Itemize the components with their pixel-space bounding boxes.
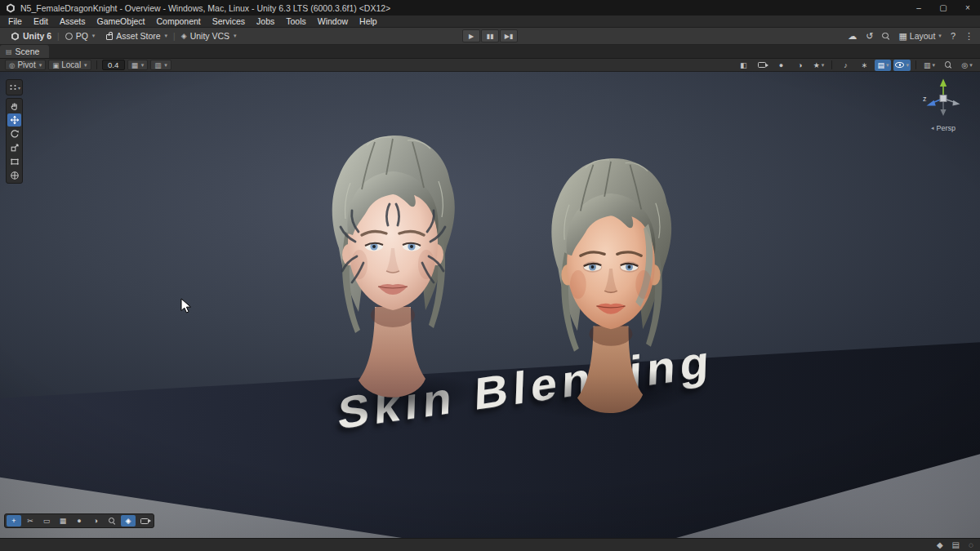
menu-jobs[interactable]: Jobs [251, 16, 280, 26]
rect-icon [10, 157, 20, 167]
effects-menu-icon[interactable]: ★▾ [810, 60, 826, 71]
camera-view-icon[interactable] [754, 60, 770, 71]
tools-palette: ▾ [6, 79, 23, 184]
scene-toolbar-right: ◧●◑★▾♪∗▤▾▾▥▾◎▾ [735, 60, 975, 71]
chevron-down-icon: ▾ [141, 62, 145, 69]
account-button[interactable]: PQ ▾ [60, 28, 101, 44]
menu-assets[interactable]: Assets [54, 16, 91, 26]
chevron-down-icon: ▾ [92, 33, 96, 39]
axis-y-cone[interactable] [940, 79, 947, 87]
rect-tool-button[interactable] [7, 155, 21, 168]
tab-scene[interactable]: ▤ Scene [0, 45, 49, 58]
unity-vcs-button[interactable]: ◈ Unity VCS ▾ [176, 28, 243, 44]
fog-toggle-icon[interactable]: ◑ [791, 60, 808, 71]
background-tasks-icon[interactable]: ◌ [969, 540, 973, 549]
grid-snap-button[interactable]: ▦▾ [127, 60, 149, 70]
scene-viewport[interactable]: Skin Blending [0, 72, 980, 538]
separator [96, 60, 97, 69]
maximize-button[interactable]: ▢ [931, 0, 956, 16]
snap-settings-button[interactable]: ▥▾ [150, 60, 172, 70]
help-icon[interactable]: ? [949, 31, 957, 41]
view-tool-button[interactable] [7, 100, 21, 113]
move-tool-button[interactable] [7, 113, 21, 127]
menu-services[interactable]: Services [207, 16, 251, 26]
menu-bar: FileEditAssetsGameObjectComponentService… [0, 16, 980, 28]
volume-tool-icon[interactable]: ● [72, 515, 87, 527]
main-toolbar: Unity 6 | PQ ▾ Asset Store ▾ | ◈ Unity V… [0, 28, 980, 45]
draw-mode-icon[interactable]: ◧ [735, 60, 751, 71]
layout-button[interactable]: ▦Layout▾ [897, 31, 942, 42]
cloud-icon[interactable]: ☁ [846, 31, 858, 42]
camera-preview-icon[interactable] [137, 515, 152, 527]
scale-tool-button[interactable] [7, 141, 21, 154]
particles-toggle-icon[interactable]: ∗ [856, 60, 872, 71]
gizmos-menu-icon[interactable]: ◎▾ [959, 60, 975, 71]
projection-label: Persp [937, 124, 956, 132]
unity-version-button[interactable]: Unity 6 [5, 28, 57, 44]
overflow-menu-icon[interactable]: ⋮ [963, 31, 975, 42]
scene-visibility-icon[interactable]: ▾ [893, 60, 911, 71]
menu-tools[interactable]: Tools [280, 16, 312, 26]
chevron-down-icon: ▾ [969, 62, 973, 69]
pause-button[interactable]: ▮▮ [481, 29, 499, 42]
character-head-right[interactable] [529, 155, 693, 415]
unity-logo-icon [6, 3, 16, 13]
menu-window[interactable]: Window [312, 16, 354, 26]
scene-grid-buttons: ▦▾▥▾ [127, 60, 172, 70]
tool-options-icon [8, 82, 18, 92]
search-filter-icon[interactable] [940, 60, 956, 71]
window-title: N5_FemaleDragonKnight - Overview - Windo… [20, 3, 390, 13]
undo-history-icon[interactable]: ↺ [864, 31, 875, 42]
transform-icon [10, 171, 20, 180]
zoom-tool-icon[interactable] [105, 515, 119, 527]
axis-x-cone[interactable] [952, 100, 960, 106]
orbit-tool-icon[interactable]: ◈ [121, 515, 136, 527]
character-head-left[interactable] [317, 132, 469, 416]
chevron-down-icon: ▾ [84, 62, 87, 69]
unity-version-label: Unity 6 [23, 31, 51, 41]
component-filter-icon[interactable]: ▥▾ [921, 60, 938, 71]
transform-tool-button[interactable] [7, 169, 21, 182]
axis-z-cone[interactable] [927, 100, 936, 106]
rotate-tool-button[interactable] [7, 127, 21, 140]
orientation-button[interactable]: ▣Local▾ [48, 60, 91, 70]
grid-size-input[interactable] [102, 60, 125, 70]
triangle-left-icon: ◂ [931, 125, 934, 131]
scene-toolbar-left: ◎Pivot▾▣Local▾ [5, 60, 91, 70]
cut-tool-icon[interactable]: ✂ [23, 515, 38, 527]
chevron-down-icon: ▾ [165, 33, 168, 39]
view-gizmo[interactable]: z ◂ Persp [916, 76, 970, 132]
overlays-menu-icon[interactable]: ▤▾ [875, 60, 891, 71]
menu-help[interactable]: Help [354, 16, 383, 26]
scene-tab-label: Scene [16, 47, 40, 56]
projection-toggle[interactable]: ◂ Persp [916, 124, 970, 132]
menu-gameobject[interactable]: GameObject [91, 16, 151, 26]
play-button[interactable]: ▶ [462, 29, 480, 42]
step-button[interactable]: ▶▮ [500, 29, 518, 42]
tool-options-button[interactable]: ▾ [7, 81, 21, 94]
move-overlay-icon[interactable]: + [7, 515, 21, 527]
grid-tool-icon[interactable]: ▦ [56, 515, 70, 527]
window-titlebar: N5_FemaleDragonKnight - Overview - Windo… [0, 0, 980, 16]
status-icons: ◆▤◌ [937, 540, 973, 549]
menu-component[interactable]: Component [150, 16, 206, 26]
minimize-button[interactable]: – [906, 0, 931, 16]
asset-store-button[interactable]: Asset Store ▾ [100, 28, 173, 44]
pivot-button[interactable]: ◎Pivot▾ [5, 60, 46, 70]
ruler-tool-icon[interactable]: ▭ [39, 515, 54, 527]
paint-tool-icon[interactable]: ◑ [88, 515, 103, 527]
scene-view-toolbar: ◎Pivot▾▣Local▾ ▦▾▥▾ ◧●◑★▾♪∗▤▾▾▥▾◎▾ [0, 59, 980, 72]
orientation-gizmo-icon[interactable]: z [921, 76, 965, 120]
menu-file[interactable]: File [2, 16, 28, 26]
console-icon[interactable]: ▤ [952, 540, 960, 549]
close-button[interactable]: × [956, 0, 980, 16]
vcs-icon: ◈ [181, 32, 187, 40]
notifications-icon[interactable]: ◆ [937, 540, 943, 549]
lighting-toggle-icon[interactable]: ● [773, 60, 789, 71]
gizmo-center-cube[interactable] [940, 96, 947, 102]
search-icon[interactable] [880, 33, 891, 40]
separator [831, 60, 832, 69]
axis-neg-y-cone[interactable] [940, 109, 946, 116]
audio-toggle-icon[interactable]: ♪ [837, 60, 853, 71]
menu-edit[interactable]: Edit [28, 16, 54, 26]
